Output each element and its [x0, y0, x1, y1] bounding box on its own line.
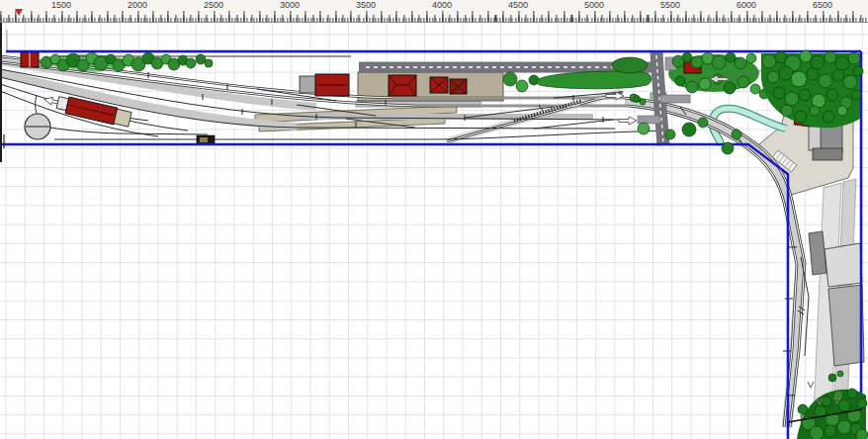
- turntable[interactable]: [25, 114, 50, 139]
- horizontal-ruler[interactable]: 1500 2000 2500 3000 3500 4000 4500 5000 …: [0, 0, 868, 23]
- track-planner-window: 1500 2000 2500 3000 3500 4000 4500 5000 …: [0, 0, 868, 439]
- ruler-label: 2500: [194, 0, 233, 11]
- layout-plan-drawing[interactable]: [0, 22, 868, 439]
- ruler-label: 1500: [42, 0, 81, 11]
- ruler-label: 3500: [346, 0, 386, 11]
- tree-cluster-bottom-right[interactable]: [797, 371, 868, 439]
- ruler-label: 5000: [574, 0, 614, 11]
- ruler-label: 3000: [270, 0, 309, 11]
- ruler-ticks: [0, 11, 868, 22]
- ruler-label: 2000: [118, 0, 157, 11]
- drawing-left-edge: [0, 22, 2, 162]
- ruler-label: 4000: [422, 0, 462, 11]
- ruler-label: 5500: [651, 0, 690, 11]
- ruler-label: 6500: [803, 0, 842, 11]
- station-building[interactable]: [300, 74, 349, 96]
- building-top-left[interactable]: [21, 52, 39, 67]
- ruler-label: 6000: [727, 0, 766, 11]
- ruler-label: 4500: [498, 0, 538, 11]
- tree-cluster-top-right-forest[interactable]: [761, 50, 863, 128]
- ruler-position-marker[interactable]: [15, 9, 23, 16]
- maintenance-vehicle[interactable]: [197, 135, 215, 144]
